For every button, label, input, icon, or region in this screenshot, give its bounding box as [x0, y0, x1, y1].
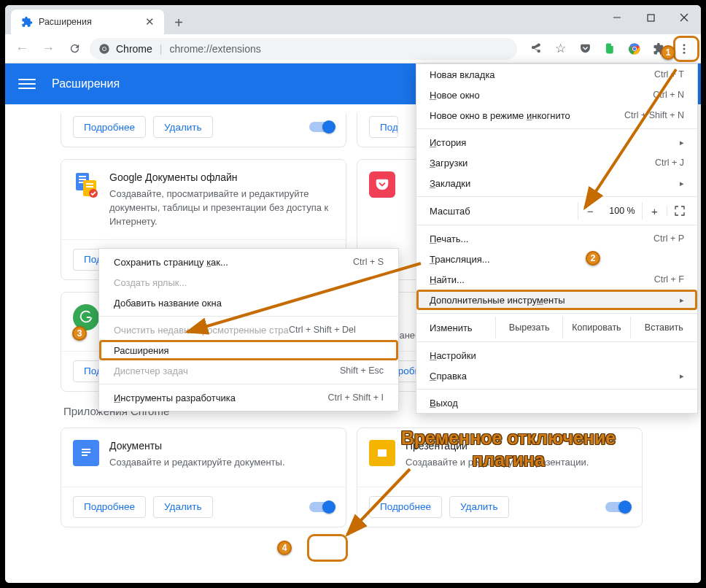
app-bar-title: Расширения: [52, 77, 120, 90]
submenu-name-window[interactable]: Добавить название окна: [99, 293, 398, 313]
svg-point-6: [103, 47, 106, 50]
menu-downloads[interactable]: ЗагрузкиCtrl + J: [416, 152, 697, 173]
details-button[interactable]: Под: [369, 116, 398, 138]
submenu-create-shortcut: Создать ярлык...: [99, 272, 398, 293]
menu-cast[interactable]: Трансляция...: [416, 249, 697, 269]
remove-button[interactable]: Удалить: [153, 116, 213, 138]
submenu-dev-tools[interactable]: Инструменты разработчикаCtrl + Shift + I: [99, 387, 398, 408]
share-icon[interactable]: [524, 38, 546, 60]
zoom-out-button[interactable]: −: [578, 202, 602, 220]
window-maximize-button[interactable]: [634, 5, 667, 30]
nav-back-button[interactable]: ←: [11, 38, 33, 60]
window-controls: [600, 5, 701, 34]
details-button[interactable]: Подробнее: [73, 496, 146, 518]
gdocs-icon: [73, 171, 99, 198]
pocket-icon: [369, 171, 395, 198]
tab-title: Расширения: [39, 17, 92, 27]
menu-paste[interactable]: Вставить: [630, 317, 697, 339]
browser-tab[interactable]: Расширения ✕: [11, 9, 164, 34]
fullscreen-button[interactable]: [667, 206, 691, 216]
extension-icon: [21, 16, 33, 28]
app-card-docs: Документы Создавайте и редактируйте доку…: [61, 428, 346, 527]
menu-new-tab[interactable]: Новая вкладкаCtrl + T: [416, 64, 697, 85]
menu-incognito[interactable]: Новое окно в режиме инкогнитоCtrl + Shif…: [416, 105, 697, 125]
svg-rect-24: [82, 454, 88, 456]
chrome-main-menu: Новая вкладкаCtrl + T Новое окноCtrl + N…: [416, 63, 698, 414]
more-tools-submenu: Сохранить страницу как...Ctrl + S Создат…: [98, 248, 399, 411]
svg-rect-15: [79, 179, 86, 180]
card-title: Google Документы офлайн: [109, 171, 334, 183]
menu-find[interactable]: Найти...Ctrl + F: [416, 269, 697, 290]
chrome-product-icon: [98, 43, 110, 55]
zoom-percent: 100 %: [602, 206, 642, 216]
svg-rect-22: [82, 449, 90, 450]
svg-point-11: [683, 47, 686, 50]
chrome-window: Расширения ✕ + ← → Chrome | chrome://ext…: [5, 5, 701, 583]
submenu-task-manager[interactable]: Диспетчер задачShift + Esc: [99, 360, 398, 381]
menu-settings[interactable]: Настройки: [416, 345, 697, 365]
annotation-bubble-1: 1: [661, 45, 675, 60]
nav-reload-button[interactable]: [63, 38, 85, 60]
hamburger-menu-icon[interactable]: [18, 75, 36, 93]
svg-point-12: [683, 51, 686, 53]
window-minimize-button[interactable]: [600, 5, 634, 30]
extension-toggle[interactable]: [309, 122, 334, 132]
svg-rect-16: [79, 182, 84, 183]
chrome-toolbar-icon[interactable]: [624, 38, 645, 60]
address-path: chrome://extensions: [169, 43, 260, 55]
details-button[interactable]: Подробнее: [73, 116, 146, 138]
svg-rect-18: [86, 183, 93, 185]
annotation-bubble-3: 3: [72, 326, 87, 341]
new-tab-button[interactable]: +: [168, 12, 189, 33]
menu-history[interactable]: История: [416, 132, 697, 152]
menu-bookmarks[interactable]: Закладки: [416, 173, 697, 193]
submenu-save-page[interactable]: Сохранить страницу как...Ctrl + S: [99, 252, 398, 272]
address-site: Chrome: [116, 43, 152, 55]
menu-cut[interactable]: Вырезать: [495, 317, 562, 339]
menu-print[interactable]: Печать...Ctrl + P: [416, 228, 697, 249]
pocket-icon[interactable]: [574, 38, 596, 60]
menu-more-tools[interactable]: Дополнительные инструменты: [416, 290, 697, 310]
annotation-bubble-4: 4: [277, 541, 292, 555]
remove-button[interactable]: Удалить: [153, 496, 213, 518]
menu-exit[interactable]: Выход: [416, 392, 697, 413]
menu-help[interactable]: Справка: [416, 365, 697, 386]
tab-bar: Расширения ✕ +: [5, 5, 701, 34]
docs-icon: [73, 440, 99, 466]
bookmark-star-icon[interactable]: ☆: [549, 38, 571, 60]
evernote-icon[interactable]: [599, 38, 621, 60]
zoom-in-button[interactable]: +: [642, 202, 667, 220]
details-button[interactable]: Под: [73, 249, 102, 271]
toolbar: ← → Chrome | chrome://extensions ☆: [5, 34, 701, 63]
tab-close-button[interactable]: ✕: [144, 16, 155, 28]
menu-zoom: Масштаб − 100 % +: [416, 200, 697, 222]
nav-forward-button[interactable]: →: [37, 38, 59, 60]
remove-button[interactable]: Удалить: [449, 496, 509, 518]
svg-rect-23: [82, 452, 90, 453]
svg-rect-1: [648, 15, 654, 21]
submenu-extensions[interactable]: Расширения: [99, 340, 398, 360]
window-close-button[interactable]: [667, 5, 701, 30]
menu-edit-row: Изменить Вырезать Копировать Вставить: [416, 317, 697, 339]
card-desc: Создавайте, просматривайте и редактируйт…: [109, 187, 334, 229]
svg-point-9: [633, 47, 637, 50]
svg-rect-14: [79, 176, 86, 177]
kebab-menu-button[interactable]: [673, 38, 695, 60]
annotation-text: Временное отключениеплагина: [377, 427, 640, 471]
menu-copy[interactable]: Копировать: [562, 317, 629, 339]
menu-new-window[interactable]: Новое окноCtrl + N: [416, 85, 697, 105]
address-bar[interactable]: Chrome | chrome://extensions: [90, 38, 517, 60]
svg-point-10: [683, 44, 686, 46]
details-button[interactable]: Подробнее: [369, 496, 442, 518]
extension-toggle[interactable]: [605, 502, 630, 512]
extension-toggle[interactable]: [309, 502, 334, 512]
card-desc: Создавайте и редактируйте документы.: [109, 456, 285, 470]
svg-rect-19: [86, 186, 93, 187]
card-title: Документы: [109, 440, 285, 452]
annotation-bubble-2: 2: [586, 251, 600, 266]
submenu-clear-browsing[interactable]: Очистить недавно просмотренные страницах…: [99, 320, 398, 340]
